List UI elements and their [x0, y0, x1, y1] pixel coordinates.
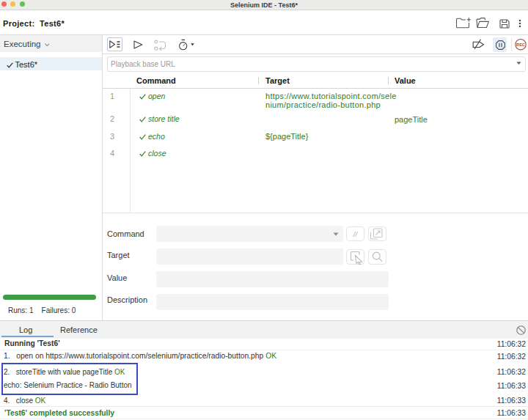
- svg-text:REC: REC: [516, 43, 525, 47]
